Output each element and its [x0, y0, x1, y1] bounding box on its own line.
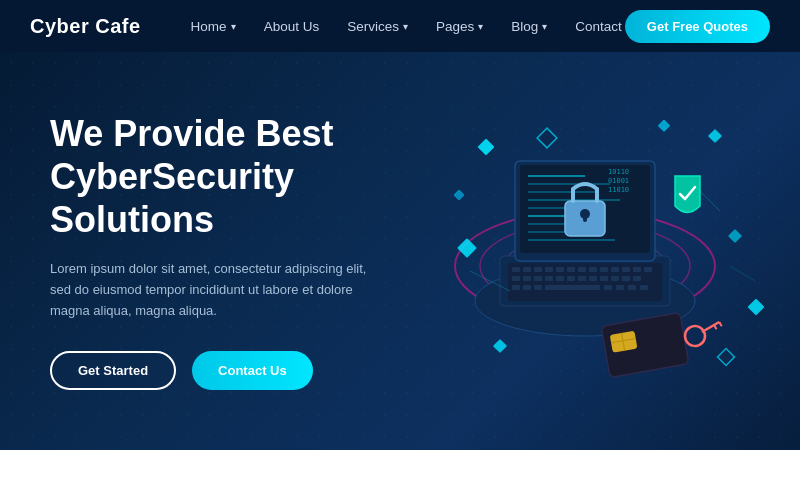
nav-services[interactable]: Services ▾	[347, 19, 408, 34]
footer-strip	[0, 450, 800, 500]
svg-rect-23	[556, 276, 564, 281]
svg-rect-30	[633, 276, 641, 281]
svg-rect-15	[611, 267, 619, 272]
svg-rect-20	[523, 276, 531, 281]
svg-rect-13	[589, 267, 597, 272]
svg-rect-26	[589, 276, 597, 281]
svg-rect-66	[457, 238, 477, 258]
svg-rect-9	[545, 267, 553, 272]
svg-text:11010: 11010	[608, 186, 629, 194]
svg-rect-14	[600, 267, 608, 272]
nav-blog[interactable]: Blog ▾	[511, 19, 547, 34]
contact-us-button[interactable]: Contact Us	[192, 351, 313, 390]
svg-rect-35	[604, 285, 612, 290]
navbar: Cyber Cafe Home ▾ About Us Services ▾ Pa…	[0, 0, 800, 52]
nav-about[interactable]: About Us	[264, 19, 320, 34]
svg-rect-12	[578, 267, 586, 272]
svg-rect-17	[633, 267, 641, 272]
hero-buttons: Get Started Contact Us	[50, 351, 420, 390]
svg-rect-31	[512, 285, 520, 290]
svg-rect-11	[567, 267, 575, 272]
svg-rect-24	[567, 276, 575, 281]
hero-title: We Provide Best CyberSecurity Solutions	[50, 112, 420, 242]
svg-line-63	[719, 322, 722, 326]
get-started-button[interactable]: Get Started	[50, 351, 176, 390]
svg-rect-6	[512, 267, 520, 272]
svg-rect-22	[545, 276, 553, 281]
svg-rect-55	[583, 214, 587, 222]
svg-rect-25	[578, 276, 586, 281]
svg-rect-36	[616, 285, 624, 290]
svg-rect-70	[658, 119, 671, 132]
svg-text:01001: 01001	[608, 177, 629, 185]
svg-rect-71	[453, 189, 464, 200]
svg-rect-65	[708, 129, 722, 143]
svg-rect-37	[628, 285, 636, 290]
hero-content: We Provide Best CyberSecurity Solutions …	[50, 112, 420, 391]
chevron-down-icon: ▾	[542, 21, 547, 32]
svg-rect-34	[545, 285, 600, 290]
svg-rect-18	[644, 267, 652, 272]
chevron-down-icon: ▾	[403, 21, 408, 32]
get-free-quotes-button[interactable]: Get Free Quotes	[625, 10, 770, 43]
hero-description: Lorem ipsum dolor sit amet, consectetur …	[50, 259, 390, 321]
hero-illustration: 10110 01001 11010	[410, 81, 770, 421]
nav-home[interactable]: Home ▾	[191, 19, 236, 34]
brand-logo[interactable]: Cyber Cafe	[30, 15, 141, 38]
svg-rect-7	[523, 267, 531, 272]
svg-rect-16	[622, 267, 630, 272]
chevron-down-icon: ▾	[478, 21, 483, 32]
svg-rect-28	[611, 276, 619, 281]
svg-rect-21	[534, 276, 542, 281]
svg-rect-19	[512, 276, 520, 281]
svg-rect-68	[493, 339, 507, 353]
svg-rect-33	[534, 285, 542, 290]
svg-rect-32	[523, 285, 531, 290]
svg-line-62	[714, 325, 717, 329]
svg-rect-27	[600, 276, 608, 281]
chevron-down-icon: ▾	[231, 21, 236, 32]
svg-rect-10	[556, 267, 564, 272]
hero-section: We Provide Best CyberSecurity Solutions …	[0, 52, 800, 450]
svg-rect-73	[718, 349, 735, 366]
nav-pages[interactable]: Pages ▾	[436, 19, 483, 34]
svg-rect-69	[748, 299, 765, 316]
svg-rect-64	[478, 139, 495, 156]
svg-rect-8	[534, 267, 542, 272]
svg-line-76	[730, 266, 755, 281]
cybersecurity-graphic: 10110 01001 11010	[410, 81, 770, 421]
svg-line-61	[702, 322, 719, 332]
svg-text:10110: 10110	[608, 168, 629, 176]
svg-rect-67	[728, 229, 742, 243]
svg-rect-72	[537, 128, 557, 148]
nav-contact[interactable]: Contact	[575, 19, 622, 34]
nav-links: Home ▾ About Us Services ▾ Pages ▾ Blog …	[191, 19, 625, 34]
svg-rect-29	[622, 276, 630, 281]
svg-rect-38	[640, 285, 648, 290]
